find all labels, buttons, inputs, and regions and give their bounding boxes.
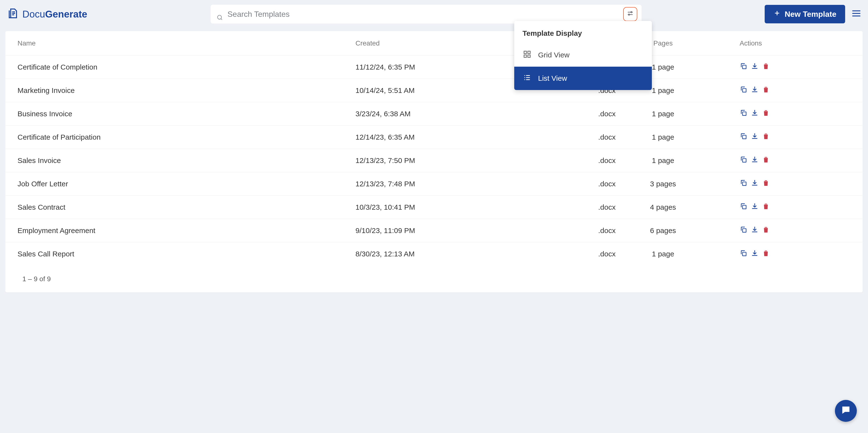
- copy-icon: [740, 132, 747, 140]
- row-created: 9/10/23, 11:09 PM: [355, 227, 540, 235]
- display-options-button[interactable]: [623, 7, 637, 21]
- row-name: Marketing Invoice: [18, 86, 355, 95]
- row-created: 8/30/23, 12:13 AM: [355, 250, 540, 258]
- table-row[interactable]: Sales Call Report 8/30/23, 12:13 AM .doc…: [5, 242, 863, 266]
- row-created: 12/13/23, 7:50 PM: [355, 156, 540, 165]
- plus-icon: [773, 9, 781, 19]
- logo-icon: [7, 7, 19, 21]
- download-icon: [751, 202, 758, 210]
- table-row[interactable]: Certificate of Participation 12/14/23, 6…: [5, 125, 863, 149]
- templates-table: Name Created Pages Actions Certificate o…: [5, 31, 863, 292]
- delete-button[interactable]: [762, 179, 770, 189]
- copy-button[interactable]: [740, 86, 747, 95]
- col-header-name[interactable]: Name: [18, 39, 355, 47]
- trash-icon: [762, 179, 770, 187]
- table-row[interactable]: Job Offer Letter 12/13/23, 7:48 PM .docx…: [5, 172, 863, 196]
- trash-icon: [762, 109, 770, 117]
- row-pages: 4 pages: [616, 203, 701, 211]
- row-pages: 1 page: [616, 250, 701, 258]
- menu-button[interactable]: [852, 10, 861, 19]
- hamburger-icon: [852, 10, 861, 17]
- download-button[interactable]: [751, 249, 758, 259]
- delete-button[interactable]: [762, 109, 770, 118]
- table-row[interactable]: Certificate of Completion 11/12/24, 6:35…: [5, 55, 863, 79]
- delete-button[interactable]: [762, 202, 770, 212]
- row-name: Job Offer Letter: [18, 180, 355, 188]
- svg-rect-10: [743, 229, 746, 232]
- download-icon: [751, 109, 758, 117]
- row-name: Sales Invoice: [18, 156, 355, 165]
- delete-button[interactable]: [762, 249, 770, 259]
- popover-grid-view[interactable]: Grid View: [514, 43, 652, 67]
- svg-rect-7: [743, 158, 746, 162]
- delete-button[interactable]: [762, 226, 770, 235]
- download-button[interactable]: [751, 179, 758, 189]
- row-created: 10/3/23, 10:41 PM: [355, 203, 540, 211]
- row-format: .docx: [540, 110, 616, 118]
- new-template-button[interactable]: New Template: [765, 5, 845, 23]
- chat-icon: [840, 405, 851, 417]
- copy-button[interactable]: [740, 179, 747, 189]
- search-input[interactable]: [227, 10, 636, 19]
- download-icon: [751, 179, 758, 187]
- download-button[interactable]: [751, 132, 758, 142]
- copy-button[interactable]: [740, 156, 747, 165]
- row-format: .docx: [540, 156, 616, 165]
- download-button[interactable]: [751, 62, 758, 72]
- new-template-label: New Template: [785, 10, 836, 19]
- svg-rect-6: [743, 135, 746, 139]
- col-header-created[interactable]: Created: [355, 39, 540, 47]
- table-row[interactable]: Sales Invoice 12/13/23, 7:50 PM .docx 1 …: [5, 149, 863, 172]
- trash-icon: [762, 132, 770, 140]
- brand-logo[interactable]: DocuGenerate: [5, 7, 87, 21]
- trash-icon: [762, 249, 770, 257]
- trash-icon: [762, 156, 770, 164]
- copy-button[interactable]: [740, 132, 747, 142]
- delete-button[interactable]: [762, 86, 770, 95]
- download-button[interactable]: [751, 86, 758, 95]
- delete-button[interactable]: [762, 132, 770, 142]
- table-row[interactable]: Sales Contract 10/3/23, 10:41 PM .docx 4…: [5, 196, 863, 219]
- col-header-actions: Actions: [701, 39, 850, 47]
- copy-button[interactable]: [740, 62, 747, 72]
- row-actions: [701, 249, 850, 259]
- row-pages: 3 pages: [616, 180, 701, 188]
- table-row[interactable]: Business Invoice 3/23/24, 6:38 AM .docx …: [5, 102, 863, 125]
- row-name: Sales Contract: [18, 203, 355, 211]
- svg-rect-11: [743, 252, 746, 256]
- table-row[interactable]: Employment Agreement 9/10/23, 11:09 PM .…: [5, 219, 863, 242]
- copy-icon: [740, 62, 747, 70]
- download-icon: [751, 226, 758, 233]
- table-row[interactable]: Marketing Invoice 10/14/24, 5:51 AM .doc…: [5, 79, 863, 102]
- copy-icon: [740, 156, 747, 164]
- trash-icon: [762, 86, 770, 93]
- delete-button[interactable]: [762, 156, 770, 165]
- row-name: Business Invoice: [18, 110, 355, 118]
- display-popover: Template Display Grid View List View: [514, 21, 652, 90]
- download-button[interactable]: [751, 109, 758, 118]
- svg-rect-15: [528, 55, 530, 57]
- download-icon: [751, 62, 758, 70]
- trash-icon: [762, 62, 770, 70]
- grid-view-icon: [523, 50, 531, 60]
- row-name: Certificate of Participation: [18, 133, 355, 141]
- delete-button[interactable]: [762, 62, 770, 72]
- row-format: .docx: [540, 227, 616, 235]
- svg-rect-5: [743, 112, 746, 116]
- row-pages: 1 page: [616, 133, 701, 141]
- popover-list-view[interactable]: List View: [514, 67, 652, 90]
- copy-button[interactable]: [740, 249, 747, 259]
- copy-button[interactable]: [740, 226, 747, 235]
- copy-icon: [740, 249, 747, 257]
- row-actions: [701, 156, 850, 165]
- row-created: 12/14/23, 6:35 AM: [355, 133, 540, 141]
- download-button[interactable]: [751, 202, 758, 212]
- copy-button[interactable]: [740, 109, 747, 118]
- header-actions: New Template: [765, 5, 863, 23]
- chat-launcher[interactable]: [835, 400, 857, 422]
- copy-button[interactable]: [740, 202, 747, 212]
- copy-icon: [740, 109, 747, 117]
- download-button[interactable]: [751, 226, 758, 235]
- trash-icon: [762, 202, 770, 210]
- download-button[interactable]: [751, 156, 758, 165]
